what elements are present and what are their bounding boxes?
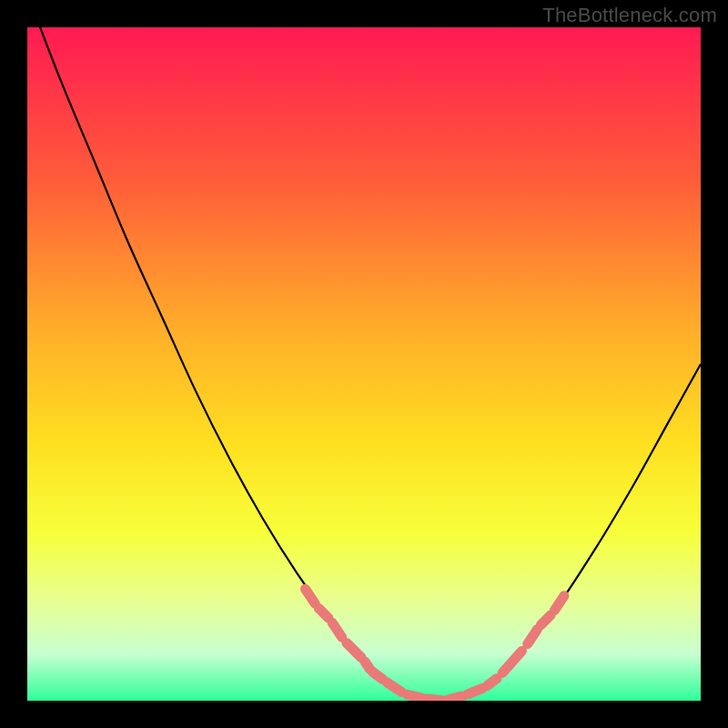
highlight-segment: [541, 615, 551, 625]
gradient-background: [27, 27, 701, 701]
highlight-segment: [408, 694, 422, 698]
chart-svg: [27, 27, 701, 701]
highlight-segment: [487, 679, 497, 686]
highlight-segment: [468, 688, 482, 693]
highlight-segment: [318, 608, 329, 618]
chart-area: [27, 27, 701, 701]
watermark-text: TheBottleneck.com: [542, 4, 717, 27]
highlight-segment: [372, 672, 382, 679]
highlight-segment: [428, 699, 442, 701]
highlight-segment: [448, 696, 462, 700]
highlight-segment: [365, 662, 369, 669]
